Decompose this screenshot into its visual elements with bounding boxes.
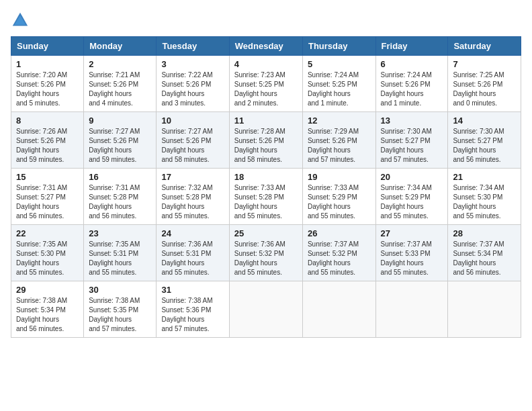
day-info: Sunrise: 7:21 AMSunset: 5:26 PMDaylight … [89,71,151,108]
weekday-header-friday: Friday [375,37,448,56]
day-number: 9 [89,116,151,126]
calendar-cell: 2Sunrise: 7:21 AMSunset: 5:26 PMDaylight… [84,56,157,112]
day-number: 23 [89,228,151,238]
weekday-header-saturday: Saturday [448,37,521,56]
day-number: 27 [381,228,443,238]
calendar-cell [302,281,375,338]
day-info: Sunrise: 7:28 AMSunset: 5:26 PMDaylight … [234,127,298,165]
calendar-week-row: 22Sunrise: 7:35 AMSunset: 5:30 PMDayligh… [11,225,521,281]
calendar-cell: 5Sunrise: 7:24 AMSunset: 5:25 PMDaylight… [302,56,375,112]
calendar-week-row: 15Sunrise: 7:31 AMSunset: 5:27 PMDayligh… [11,169,521,225]
weekday-header-tuesday: Tuesday [157,37,229,56]
calendar-week-row: 29Sunrise: 7:38 AMSunset: 5:34 PMDayligh… [11,281,521,338]
calendar-week-row: 1Sunrise: 7:20 AMSunset: 5:26 PMDaylight… [11,56,521,112]
day-number: 3 [161,59,224,69]
day-info: Sunrise: 7:31 AMSunset: 5:28 PMDaylight … [89,183,151,221]
day-number: 28 [453,228,516,238]
calendar-cell: 27Sunrise: 7:37 AMSunset: 5:33 PMDayligh… [375,225,448,281]
day-info: Sunrise: 7:27 AMSunset: 5:26 PMDaylight … [89,127,151,165]
day-number: 19 [308,172,371,182]
calendar-cell: 9Sunrise: 7:27 AMSunset: 5:26 PMDaylight… [84,112,157,169]
day-info: Sunrise: 7:34 AMSunset: 5:29 PMDaylight … [381,183,443,221]
calendar-cell: 1Sunrise: 7:20 AMSunset: 5:26 PMDaylight… [11,56,84,112]
day-number: 26 [308,228,371,238]
calendar-cell: 20Sunrise: 7:34 AMSunset: 5:29 PMDayligh… [375,169,448,225]
day-number: 21 [453,172,516,182]
weekday-header-wednesday: Wednesday [229,37,302,56]
calendar-cell: 28Sunrise: 7:37 AMSunset: 5:34 PMDayligh… [448,225,521,281]
day-number: 4 [234,59,298,69]
calendar-cell: 29Sunrise: 7:38 AMSunset: 5:34 PMDayligh… [11,281,84,338]
day-number: 17 [161,172,224,182]
day-info: Sunrise: 7:38 AMSunset: 5:35 PMDaylight … [89,296,151,334]
day-info: Sunrise: 7:31 AMSunset: 5:27 PMDaylight … [16,183,79,221]
day-number: 7 [453,59,516,69]
calendar-cell [375,281,448,338]
day-number: 31 [161,285,224,295]
day-info: Sunrise: 7:29 AMSunset: 5:26 PMDaylight … [308,127,371,165]
calendar-cell: 23Sunrise: 7:35 AMSunset: 5:31 PMDayligh… [84,225,157,281]
day-info: Sunrise: 7:37 AMSunset: 5:32 PMDaylight … [308,240,371,277]
day-info: Sunrise: 7:32 AMSunset: 5:28 PMDaylight … [161,183,224,221]
day-info: Sunrise: 7:30 AMSunset: 5:27 PMDaylight … [453,127,516,165]
calendar-cell: 19Sunrise: 7:33 AMSunset: 5:29 PMDayligh… [302,169,375,225]
day-info: Sunrise: 7:24 AMSunset: 5:26 PMDaylight … [381,71,443,108]
weekday-header-monday: Monday [84,37,157,56]
weekday-header-thursday: Thursday [302,37,375,56]
day-info: Sunrise: 7:22 AMSunset: 5:26 PMDaylight … [161,71,224,108]
calendar-week-row: 8Sunrise: 7:26 AMSunset: 5:26 PMDaylight… [11,112,521,169]
calendar-cell: 26Sunrise: 7:37 AMSunset: 5:32 PMDayligh… [302,225,375,281]
page-header [11,11,521,30]
day-number: 10 [161,116,224,126]
calendar-cell: 13Sunrise: 7:30 AMSunset: 5:27 PMDayligh… [375,112,448,169]
calendar-cell: 11Sunrise: 7:28 AMSunset: 5:26 PMDayligh… [229,112,302,169]
logo [11,11,32,30]
logo-icon [11,11,30,30]
day-info: Sunrise: 7:33 AMSunset: 5:28 PMDaylight … [234,183,298,221]
day-info: Sunrise: 7:30 AMSunset: 5:27 PMDaylight … [381,127,443,165]
calendar-cell: 15Sunrise: 7:31 AMSunset: 5:27 PMDayligh… [11,169,84,225]
calendar-cell: 21Sunrise: 7:34 AMSunset: 5:30 PMDayligh… [448,169,521,225]
day-info: Sunrise: 7:36 AMSunset: 5:31 PMDaylight … [161,240,224,277]
calendar-cell [448,281,521,338]
day-info: Sunrise: 7:24 AMSunset: 5:25 PMDaylight … [308,71,371,108]
calendar-cell: 8Sunrise: 7:26 AMSunset: 5:26 PMDaylight… [11,112,84,169]
day-number: 24 [161,228,224,238]
day-number: 22 [16,228,79,238]
day-number: 20 [381,172,443,182]
day-number: 29 [16,285,79,295]
day-info: Sunrise: 7:37 AMSunset: 5:34 PMDaylight … [453,240,516,277]
calendar-cell: 4Sunrise: 7:23 AMSunset: 5:25 PMDaylight… [229,56,302,112]
calendar-cell: 6Sunrise: 7:24 AMSunset: 5:26 PMDaylight… [375,56,448,112]
calendar-table: SundayMondayTuesdayWednesdayThursdayFrid… [11,36,521,338]
day-info: Sunrise: 7:25 AMSunset: 5:26 PMDaylight … [453,71,516,108]
day-number: 30 [89,285,151,295]
day-info: Sunrise: 7:38 AMSunset: 5:36 PMDaylight … [161,296,224,334]
calendar-cell: 10Sunrise: 7:27 AMSunset: 5:26 PMDayligh… [157,112,229,169]
calendar-cell: 25Sunrise: 7:36 AMSunset: 5:32 PMDayligh… [229,225,302,281]
day-number: 1 [16,59,79,69]
day-info: Sunrise: 7:23 AMSunset: 5:25 PMDaylight … [234,71,298,108]
day-info: Sunrise: 7:33 AMSunset: 5:29 PMDaylight … [308,183,371,221]
calendar-cell: 16Sunrise: 7:31 AMSunset: 5:28 PMDayligh… [84,169,157,225]
calendar-cell: 12Sunrise: 7:29 AMSunset: 5:26 PMDayligh… [302,112,375,169]
day-info: Sunrise: 7:35 AMSunset: 5:31 PMDaylight … [89,240,151,277]
day-info: Sunrise: 7:26 AMSunset: 5:26 PMDaylight … [16,127,79,165]
day-number: 16 [89,172,151,182]
weekday-header-sunday: Sunday [11,37,84,56]
calendar-cell: 14Sunrise: 7:30 AMSunset: 5:27 PMDayligh… [448,112,521,169]
day-number: 5 [308,59,371,69]
day-info: Sunrise: 7:27 AMSunset: 5:26 PMDaylight … [161,127,224,165]
weekday-header-row: SundayMondayTuesdayWednesdayThursdayFrid… [11,37,521,56]
calendar-cell: 17Sunrise: 7:32 AMSunset: 5:28 PMDayligh… [157,169,229,225]
day-number: 8 [16,116,79,126]
calendar-cell: 7Sunrise: 7:25 AMSunset: 5:26 PMDaylight… [448,56,521,112]
day-info: Sunrise: 7:35 AMSunset: 5:30 PMDaylight … [16,240,79,277]
day-info: Sunrise: 7:37 AMSunset: 5:33 PMDaylight … [381,240,443,277]
calendar-cell: 31Sunrise: 7:38 AMSunset: 5:36 PMDayligh… [157,281,229,338]
calendar-cell: 30Sunrise: 7:38 AMSunset: 5:35 PMDayligh… [84,281,157,338]
day-number: 13 [381,116,443,126]
day-number: 2 [89,59,151,69]
day-number: 15 [16,172,79,182]
day-info: Sunrise: 7:20 AMSunset: 5:26 PMDaylight … [16,71,79,108]
